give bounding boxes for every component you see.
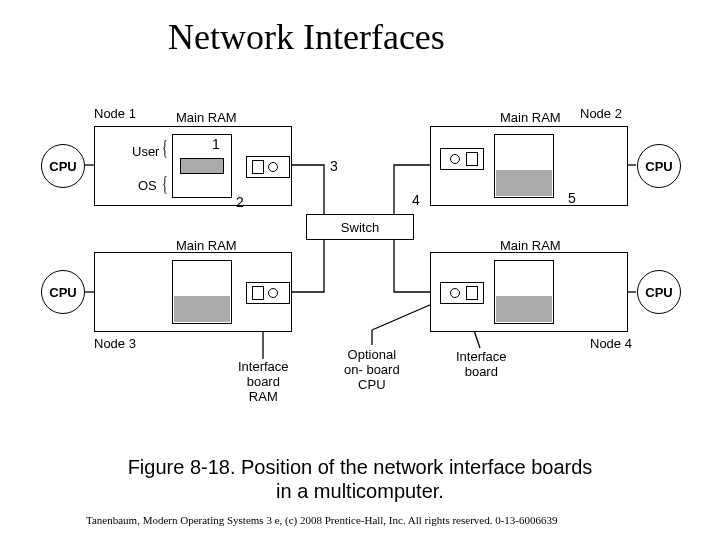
label-ifb-l1: Interface bbox=[456, 349, 507, 364]
label-main-ram-1: Main RAM bbox=[176, 110, 237, 125]
node2-ram-fill bbox=[496, 170, 552, 196]
number-5: 5 bbox=[568, 190, 576, 206]
cpu-label: CPU bbox=[645, 159, 672, 174]
label-user: User bbox=[132, 144, 159, 159]
label-os: OS bbox=[138, 178, 157, 193]
label-node3: Node 3 bbox=[94, 336, 136, 351]
node3-ram-fill bbox=[174, 296, 230, 322]
cpu-node2: CPU bbox=[637, 144, 681, 188]
number-4: 4 bbox=[412, 192, 420, 208]
node2-ifb-ram bbox=[466, 152, 478, 166]
node1-ifb-cpu bbox=[268, 162, 278, 172]
label-interface-board: Interface board bbox=[456, 350, 507, 380]
cpu-node3: CPU bbox=[41, 270, 85, 314]
cpu-label: CPU bbox=[645, 285, 672, 300]
node4-ifb-ram bbox=[466, 286, 478, 300]
brace-user: { bbox=[162, 136, 168, 159]
label-ifb-ram: Interface board RAM bbox=[238, 360, 289, 405]
cpu-node1: CPU bbox=[41, 144, 85, 188]
cpu-label: CPU bbox=[49, 159, 76, 174]
label-node2: Node 2 bbox=[580, 106, 622, 121]
node2-ifb-cpu bbox=[450, 154, 460, 164]
label-main-ram-4: Main RAM bbox=[500, 238, 561, 253]
footer-credit: Tanenbaum, Modern Operating Systems 3 e,… bbox=[86, 514, 558, 526]
label-optcpu-l2: on- board bbox=[344, 362, 400, 377]
label-optcpu-l3: CPU bbox=[358, 377, 385, 392]
label-optcpu-l1: Optional bbox=[348, 347, 396, 362]
label-ifb-l2: board bbox=[465, 364, 498, 379]
switch-label: Switch bbox=[341, 220, 379, 235]
number-3: 3 bbox=[330, 158, 338, 174]
node1-ram-userblock bbox=[180, 158, 224, 174]
label-node4: Node 4 bbox=[590, 336, 632, 351]
label-main-ram-2: Main RAM bbox=[500, 110, 561, 125]
label-ifb-ram-l1: Interface bbox=[238, 359, 289, 374]
node3-ifb-ram bbox=[252, 286, 264, 300]
label-node1: Node 1 bbox=[94, 106, 136, 121]
cpu-label: CPU bbox=[49, 285, 76, 300]
label-ifb-ram-l2: board bbox=[247, 374, 280, 389]
cpu-node4: CPU bbox=[637, 270, 681, 314]
number-1: 1 bbox=[212, 136, 220, 152]
switch-box: Switch bbox=[306, 214, 414, 240]
node3-ifb-cpu bbox=[268, 288, 278, 298]
number-2: 2 bbox=[236, 194, 244, 210]
figure-caption-line2: in a multicomputer. bbox=[0, 480, 720, 503]
label-main-ram-3: Main RAM bbox=[176, 238, 237, 253]
label-optional-cpu: Optional on- board CPU bbox=[344, 348, 400, 393]
figure-caption-line1: Figure 8-18. Position of the network int… bbox=[0, 456, 720, 479]
node4-ifb-cpu bbox=[450, 288, 460, 298]
label-ifb-ram-l3: RAM bbox=[249, 389, 278, 404]
node4-ram-fill bbox=[496, 296, 552, 322]
page-title: Network Interfaces bbox=[168, 16, 445, 58]
node1-ifb-ram bbox=[252, 160, 264, 174]
brace-os: { bbox=[162, 172, 168, 195]
